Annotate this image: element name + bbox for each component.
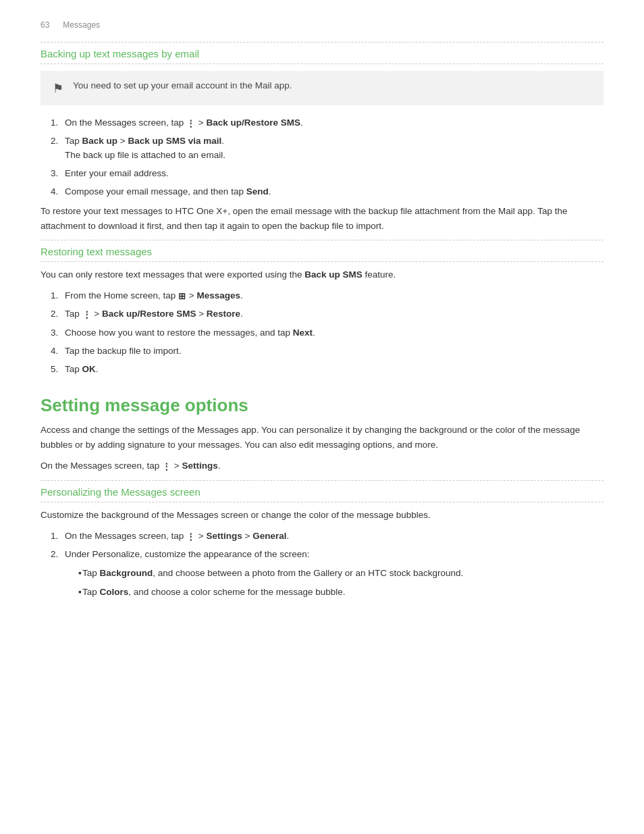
backup-step-4: Compose your email message, and then tap…	[61, 185, 603, 199]
backup-section-title: Backing up text messages by email	[41, 48, 603, 59]
back-up-restore-sms-label: Back up/Restore SMS	[207, 118, 301, 128]
restore-step-1: From the Home screen, tap ⊞ > Messages.	[61, 289, 603, 303]
restore-step-2: Tap ⋮ > Back up/Restore SMS > Restore.	[61, 307, 603, 321]
chapter-title: Messages	[63, 20, 100, 30]
background-label: Background	[100, 568, 153, 578]
back-up-sms-mail-label: Back up SMS via mail	[128, 136, 221, 146]
personalizing-steps-list: On the Messages screen, tap ⋮ > Settings…	[41, 529, 603, 599]
send-label: Send	[246, 186, 269, 197]
restore-step-4: Tap the backup file to import.	[61, 344, 603, 358]
page-number: 63	[41, 20, 49, 30]
grid-icon: ⊞	[178, 290, 186, 303]
personalize-step-1: On the Messages screen, tap ⋮ > Settings…	[61, 529, 603, 543]
section-divider-restoring	[41, 240, 603, 240]
back-up-label: Back up	[82, 136, 118, 146]
messages-label-1: Messages	[196, 290, 240, 301]
restore-label: Restore	[207, 309, 240, 319]
restoring-section-title: Restoring text messages	[41, 246, 603, 257]
menu-icon-4: ⋮	[186, 530, 196, 544]
menu-icon-1: ⋮	[186, 117, 196, 130]
backup-steps-list: On the Messages screen, tap ⋮ > Back up/…	[41, 116, 603, 199]
personalize-sub-list: Tap Background, and choose between a pho…	[78, 567, 603, 599]
section-divider-top	[41, 42, 603, 43]
personalize-sub-colors: Tap Colors, and choose a color scheme fo…	[78, 585, 603, 599]
menu-icon-2: ⋮	[82, 308, 92, 321]
note-box: ⚑ You need to set up your email account …	[41, 71, 603, 105]
settings-label-2: Settings	[207, 531, 242, 541]
back-up-restore-sms-label-2: Back up/Restore SMS	[102, 309, 196, 319]
restore-step-3: Choose how you want to restore the messa…	[61, 326, 603, 340]
section-divider-after-personalizing-title	[41, 502, 603, 502]
restoring-intro: You can only restore text messages that …	[41, 267, 603, 282]
section-divider-personalizing	[41, 480, 603, 481]
backup-step-2-sub: The back up file is attached to an email…	[65, 150, 225, 160]
setting-intro: Access and change the settings of the Me…	[41, 423, 603, 452]
settings-label: Settings	[182, 461, 218, 471]
backup-step-1: On the Messages screen, tap ⋮ > Back up/…	[61, 116, 603, 130]
personalize-step-2: Under Personalize, customize the appeara…	[61, 548, 603, 599]
backup-step-2: Tap Back up > Back up SMS via mail. The …	[61, 134, 603, 162]
note-text: You need to set up your email account in…	[73, 80, 292, 90]
back-up-sms-inline: Back up SMS	[304, 269, 363, 280]
ok-label: OK	[82, 364, 96, 374]
colors-label: Colors	[100, 587, 129, 597]
backup-step-3: Enter your email address.	[61, 167, 603, 180]
personalizing-section-title: Personalizing the Messages screen	[41, 486, 603, 498]
restoring-steps-list: From the Home screen, tap ⊞ > Messages. …	[41, 289, 603, 376]
personalizing-intro: Customize the background of the Messages…	[41, 508, 603, 523]
section-divider-after-backup-title	[41, 63, 603, 64]
general-label: General	[252, 531, 286, 541]
flag-icon: ⚑	[53, 81, 63, 96]
restore-step-5: Tap OK.	[61, 363, 603, 376]
restore-from-email-para: To restore your text messages to HTC One…	[41, 204, 603, 233]
settings-para: On the Messages screen, tap ⋮ > Settings…	[41, 459, 603, 473]
next-label: Next	[293, 328, 313, 338]
menu-icon-3: ⋮	[162, 460, 171, 474]
personalize-sub-background: Tap Background, and choose between a pho…	[78, 567, 603, 580]
page-header: 63 Messages	[41, 20, 603, 30]
section-divider-after-restoring-title	[41, 261, 603, 262]
setting-section-title: Setting message options	[41, 395, 603, 416]
